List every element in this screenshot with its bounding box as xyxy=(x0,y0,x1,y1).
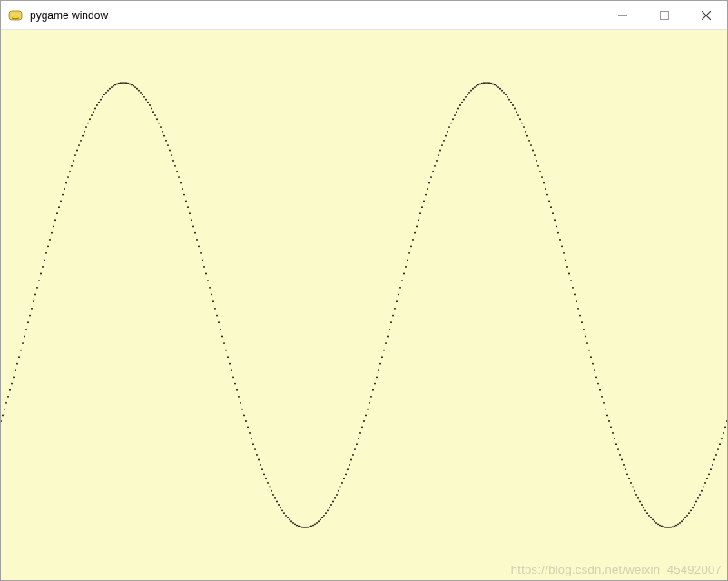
svg-point-111 xyxy=(185,200,187,202)
svg-point-358 xyxy=(634,490,635,492)
svg-point-82 xyxy=(133,85,134,87)
svg-point-15 xyxy=(11,383,13,385)
svg-point-289 xyxy=(508,99,510,101)
svg-point-402 xyxy=(713,459,715,461)
svg-point-209 xyxy=(363,420,365,422)
svg-point-398 xyxy=(706,478,708,479)
svg-point-44 xyxy=(64,188,65,190)
svg-point-83 xyxy=(134,86,136,88)
svg-point-176 xyxy=(303,527,305,528)
svg-point-248 xyxy=(434,165,436,167)
svg-point-281 xyxy=(494,84,496,86)
svg-point-317 xyxy=(559,239,561,241)
svg-point-132 xyxy=(223,342,225,344)
svg-point-35 xyxy=(47,245,49,247)
svg-point-92 xyxy=(151,108,152,110)
svg-point-210 xyxy=(365,414,367,416)
svg-point-53 xyxy=(80,140,82,142)
svg-point-131 xyxy=(221,336,223,338)
svg-point-292 xyxy=(514,108,516,110)
svg-point-40 xyxy=(56,212,58,214)
svg-point-268 xyxy=(470,90,472,92)
svg-point-297 xyxy=(523,126,525,128)
svg-point-114 xyxy=(191,219,192,221)
titlebar[interactable]: pygame window xyxy=(1,1,727,30)
svg-point-362 xyxy=(641,504,643,506)
svg-point-299 xyxy=(526,135,528,137)
svg-point-348 xyxy=(615,443,617,445)
minimize-button[interactable] xyxy=(602,1,644,29)
svg-point-230 xyxy=(401,280,403,281)
svg-point-271 xyxy=(476,85,477,87)
svg-point-241 xyxy=(421,206,423,208)
svg-point-285 xyxy=(501,90,503,92)
content-area: https://blog.csdn.net/weixin_45492007 xyxy=(1,30,727,580)
svg-point-126 xyxy=(212,300,214,302)
svg-point-277 xyxy=(487,82,488,84)
svg-point-223 xyxy=(389,329,390,330)
svg-point-100 xyxy=(165,140,167,142)
svg-point-318 xyxy=(561,245,563,247)
svg-point-383 xyxy=(679,522,681,524)
svg-point-263 xyxy=(461,102,463,103)
svg-point-387 xyxy=(686,515,688,517)
svg-rect-6 xyxy=(661,11,669,19)
svg-point-174 xyxy=(300,526,301,527)
svg-point-233 xyxy=(407,259,408,261)
svg-point-161 xyxy=(276,501,278,503)
svg-point-373 xyxy=(661,526,663,527)
svg-point-140 xyxy=(238,396,240,398)
svg-point-273 xyxy=(479,84,481,85)
svg-point-38 xyxy=(53,225,54,227)
svg-point-255 xyxy=(447,131,448,133)
svg-point-260 xyxy=(456,111,457,113)
close-button[interactable] xyxy=(685,1,727,29)
svg-point-182 xyxy=(314,523,316,525)
svg-point-19 xyxy=(18,356,20,358)
svg-point-341 xyxy=(603,402,605,404)
svg-point-91 xyxy=(149,104,151,106)
svg-point-118 xyxy=(198,245,200,247)
svg-point-323 xyxy=(570,280,572,281)
svg-point-93 xyxy=(152,111,154,113)
svg-point-150 xyxy=(256,454,258,456)
svg-point-188 xyxy=(325,512,327,514)
svg-point-98 xyxy=(162,131,163,133)
svg-point-265 xyxy=(465,96,467,98)
svg-point-115 xyxy=(192,225,194,227)
svg-point-162 xyxy=(278,504,280,506)
svg-point-61 xyxy=(94,108,96,110)
svg-point-137 xyxy=(232,376,234,378)
svg-point-88 xyxy=(143,96,145,98)
svg-point-287 xyxy=(505,94,507,95)
svg-point-320 xyxy=(565,259,566,261)
svg-point-400 xyxy=(710,468,712,470)
svg-point-110 xyxy=(183,194,185,196)
svg-point-377 xyxy=(668,527,670,528)
svg-point-254 xyxy=(445,135,447,137)
svg-point-160 xyxy=(274,497,276,499)
svg-point-105 xyxy=(174,165,176,167)
svg-point-42 xyxy=(60,200,62,202)
svg-point-60 xyxy=(93,111,94,113)
svg-point-333 xyxy=(588,350,590,351)
close-icon xyxy=(702,7,711,24)
svg-point-224 xyxy=(390,321,392,323)
svg-point-89 xyxy=(145,99,147,101)
svg-point-226 xyxy=(394,308,396,310)
svg-point-25 xyxy=(29,315,31,317)
svg-point-34 xyxy=(45,252,47,254)
svg-point-175 xyxy=(301,527,303,528)
svg-point-75 xyxy=(120,82,122,84)
svg-point-120 xyxy=(202,259,203,261)
svg-point-103 xyxy=(171,154,172,156)
svg-point-290 xyxy=(510,102,512,103)
svg-point-87 xyxy=(142,94,143,95)
svg-point-173 xyxy=(298,526,300,527)
svg-point-65 xyxy=(102,96,103,98)
svg-point-342 xyxy=(605,409,606,410)
svg-point-239 xyxy=(418,219,419,221)
svg-point-113 xyxy=(189,212,191,214)
svg-point-18 xyxy=(16,363,18,365)
svg-point-71 xyxy=(113,85,114,87)
